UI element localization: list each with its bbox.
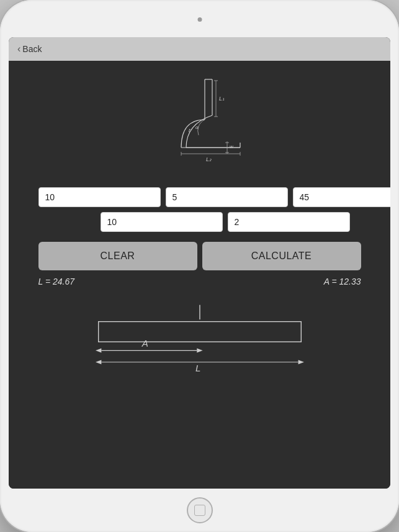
svg-text:w: w [230, 144, 234, 149]
buttons-row: CLEAR CALCULATE [38, 242, 361, 270]
svg-rect-21 [98, 322, 301, 342]
calculate-button[interactable]: CALCULATE [202, 242, 361, 270]
nav-bar: ‹ Back [9, 37, 390, 61]
home-button[interactable] [187, 497, 213, 523]
input-t[interactable] [101, 212, 223, 232]
results-row: L = 24.67 A = 12.33 [38, 277, 361, 286]
bend-diagram-svg: L₁ r w L₂ [132, 73, 268, 172]
svg-marker-28 [298, 360, 303, 364]
bottom-diagram-container: A L [69, 301, 330, 376]
svg-marker-27 [96, 360, 101, 364]
result-A: A = 12.33 [324, 277, 361, 286]
input-r[interactable] [166, 187, 288, 207]
back-chevron-icon: ‹ [17, 43, 20, 55]
content-area: L₁ r w L₂ [9, 61, 390, 489]
svg-text:L: L [195, 363, 200, 373]
back-button[interactable]: ‹ Back [17, 44, 42, 55]
input-d[interactable] [38, 187, 161, 207]
back-label: Back [22, 44, 42, 54]
svg-text:α: α [195, 125, 199, 130]
input-k[interactable] [228, 212, 350, 232]
screen: ‹ Back [9, 37, 390, 489]
svg-text:L₂: L₂ [206, 156, 212, 162]
svg-text:L₁: L₁ [219, 95, 225, 102]
svg-marker-24 [197, 348, 202, 353]
home-button-inner [194, 505, 205, 516]
svg-text:A: A [141, 338, 148, 348]
tablet-camera [197, 17, 202, 22]
clear-button[interactable]: CLEAR [38, 242, 197, 270]
bend-diagram-container: L₁ r w L₂ [132, 73, 268, 172]
input-angle[interactable] [293, 187, 391, 207]
bottom-diagram-svg: A L [69, 301, 330, 374]
tablet-frame: ‹ Back [0, 0, 399, 532]
result-L: L = 24.67 [38, 277, 75, 286]
bottom-inputs-row [101, 212, 299, 232]
svg-marker-23 [96, 348, 101, 353]
top-inputs-row [38, 187, 361, 207]
